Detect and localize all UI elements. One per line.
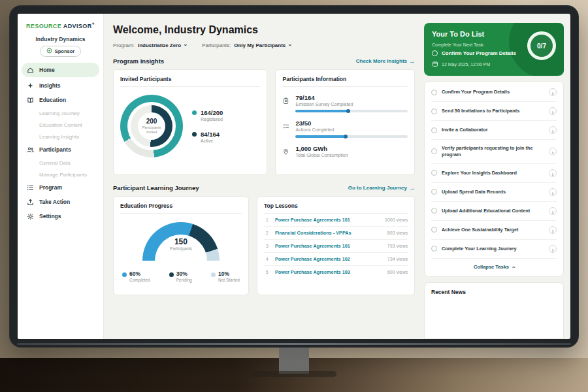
sidebar-item-label: Program xyxy=(39,184,62,191)
sidebar-item-education-content[interactable]: Education Content xyxy=(18,119,103,131)
education-legend: 60% Completed 30% Pending 10% Not Starte… xyxy=(120,270,242,282)
donut-center: 200 Participants Invited xyxy=(138,112,165,140)
sidebar-item-program[interactable]: Program xyxy=(18,180,103,195)
photo-background: RESOURCE ADVISOR+ Industry Dynamics Spon… xyxy=(0,0,588,392)
participants-information-card: Participants Information 79/164 Emission… xyxy=(275,69,415,175)
lesson-link[interactable]: Financial Considerations - VPPAs xyxy=(275,230,383,236)
lesson-row: 3 Power Purchase Agreements 101 793 view… xyxy=(264,240,408,253)
logo-text-resource: RESOURCE xyxy=(26,23,61,29)
arrow-right-icon xyxy=(409,185,415,191)
go-to-learning-journey-link[interactable]: Go to Learning Journey xyxy=(348,185,415,191)
chevron-right-icon[interactable] xyxy=(549,226,557,234)
chevron-right-icon[interactable] xyxy=(549,245,557,253)
link-label: Go to Learning Journey xyxy=(348,185,407,191)
lesson-rank: 4 xyxy=(264,257,270,261)
lesson-rank: 3 xyxy=(264,244,270,248)
lesson-row: 5 Power Purchase Agreements 103 600 view… xyxy=(264,266,408,278)
sidebar-item-insights[interactable]: Insights xyxy=(18,78,103,93)
sidebar-nav: Home Insights Education Learning Journey… xyxy=(18,63,103,223)
task-label: Upload Spend Data Records xyxy=(442,189,544,195)
legend-label: Not Started xyxy=(218,278,240,282)
chevron-right-icon[interactable] xyxy=(549,188,557,196)
progress-bar xyxy=(295,135,408,138)
sidebar-item-education[interactable]: Education xyxy=(18,93,103,107)
checkbox[interactable] xyxy=(431,227,437,233)
task-row[interactable]: Confirm Your Program Details xyxy=(431,83,557,102)
task-row[interactable]: Verify participants requesting to join t… xyxy=(431,140,557,164)
program-icon xyxy=(27,184,35,191)
sponsor-badge-label: Sponsor xyxy=(55,48,74,54)
card-title: Top Lessons xyxy=(264,203,408,214)
lesson-link[interactable]: Power Purchase Agreements 101 xyxy=(275,243,383,249)
task-row[interactable]: Achieve One Sustainability Target xyxy=(431,221,557,240)
lesson-rank: 1 xyxy=(264,218,270,222)
sidebar-item-participants[interactable]: Participants xyxy=(18,142,103,157)
task-label: Achieve One Sustainability Target xyxy=(442,227,544,233)
collapse-tasks-link[interactable]: Collapse Tasks xyxy=(431,259,557,275)
lesson-views: 793 views xyxy=(387,244,408,248)
page-title: Welcome, Industry Dynamics xyxy=(113,24,415,36)
chevron-right-icon[interactable] xyxy=(549,107,557,115)
legend-label: Completed xyxy=(129,278,150,282)
checkbox[interactable] xyxy=(431,189,437,195)
todo-panel: 0/7 Your To Do List Complete Your Next T… xyxy=(424,23,564,76)
program-dropdown[interactable]: Program: Industrialize Zero xyxy=(113,42,186,48)
check-more-insights-link[interactable]: Check More Insights xyxy=(356,58,415,65)
sidebar-item-take-action[interactable]: Take Action xyxy=(18,195,103,209)
chevron-right-icon[interactable] xyxy=(549,207,557,215)
legend-label: Pending xyxy=(176,278,192,282)
gauge-value: 150 xyxy=(142,237,220,246)
info-row-actions: 23/50 Actions Completed xyxy=(282,120,408,138)
sidebar-item-home[interactable]: Home xyxy=(22,63,99,77)
sidebar-item-learning-insights[interactable]: Learning Insights xyxy=(18,131,103,142)
lesson-link[interactable]: Power Purchase Agreements 102 xyxy=(275,256,383,262)
legend-dot xyxy=(192,110,197,115)
todo-next-task[interactable]: Confirm Your Program Details xyxy=(432,50,530,56)
legend-label: Active xyxy=(201,139,220,143)
home-icon xyxy=(27,66,35,74)
checkbox[interactable] xyxy=(431,246,437,252)
lesson-link[interactable]: Power Purchase Agreements 103 xyxy=(275,269,383,275)
lesson-link[interactable]: Power Purchase Agreements 101 xyxy=(275,217,380,223)
task-row[interactable]: Upload Spend Data Records xyxy=(431,183,557,202)
insights-icon xyxy=(27,82,35,90)
task-row[interactable]: Complete Your Learning Journey xyxy=(431,240,557,259)
checkbox[interactable] xyxy=(431,90,437,95)
task-row[interactable]: Explore Your Insights Dashboard xyxy=(431,164,557,183)
participants-dropdown[interactable]: Participants: Only My Participants xyxy=(202,42,291,48)
checkbox[interactable] xyxy=(431,208,437,214)
task-label: Confirm Your Program Details xyxy=(442,89,544,95)
chevron-down-icon xyxy=(184,42,186,48)
sidebar-item-manage-participants[interactable]: Manage Participants xyxy=(18,169,103,180)
task-list-card: Confirm Your Program Details Send 50 Inv… xyxy=(424,81,564,277)
sidebar-item-learning-journey[interactable]: Learning Journey xyxy=(18,107,103,119)
info-label: Actions Completed xyxy=(295,127,408,132)
program-label: Program: xyxy=(113,42,135,48)
checkbox[interactable] xyxy=(431,170,437,176)
chevron-right-icon[interactable] xyxy=(549,169,557,177)
monitor: RESOURCE ADVISOR+ Industry Dynamics Spon… xyxy=(9,5,579,348)
checkbox[interactable] xyxy=(432,50,438,56)
checkbox[interactable] xyxy=(431,108,437,114)
todo-due-label: 12 May 2025, 12:00 PM xyxy=(442,62,490,67)
chevron-right-icon[interactable] xyxy=(549,148,557,155)
lesson-rank: 5 xyxy=(264,270,270,274)
top-lessons-card: Top Lessons 1 Power Purchase Agreements … xyxy=(257,196,415,295)
sidebar-item-general-data[interactable]: General Data xyxy=(18,157,103,169)
sidebar-item-settings[interactable]: Settings xyxy=(18,209,103,223)
checkbox[interactable] xyxy=(431,148,437,154)
legend-item-registered: 164/200 Registered xyxy=(192,109,223,122)
checkbox[interactable] xyxy=(431,127,437,133)
chevron-right-icon[interactable] xyxy=(549,88,557,96)
task-label: Complete Your Learning Journey xyxy=(442,246,544,252)
task-row[interactable]: Upload Additional Educational Content xyxy=(431,202,557,221)
task-row[interactable]: Invite a Collaborator xyxy=(431,121,557,140)
sponsor-badge[interactable]: Sponsor xyxy=(40,46,81,57)
task-label: Verify participants requesting to join t… xyxy=(442,145,544,158)
invited-legend: 164/200 Registered 84/164 Active xyxy=(192,109,223,143)
task-label: Send 50 Invitations to Participants xyxy=(442,108,544,114)
consumption-icon xyxy=(282,146,290,158)
chevron-right-icon[interactable] xyxy=(549,126,557,134)
task-row[interactable]: Send 50 Invitations to Participants xyxy=(431,102,557,121)
education-gauge-wrap: 150 Participants xyxy=(142,222,220,261)
